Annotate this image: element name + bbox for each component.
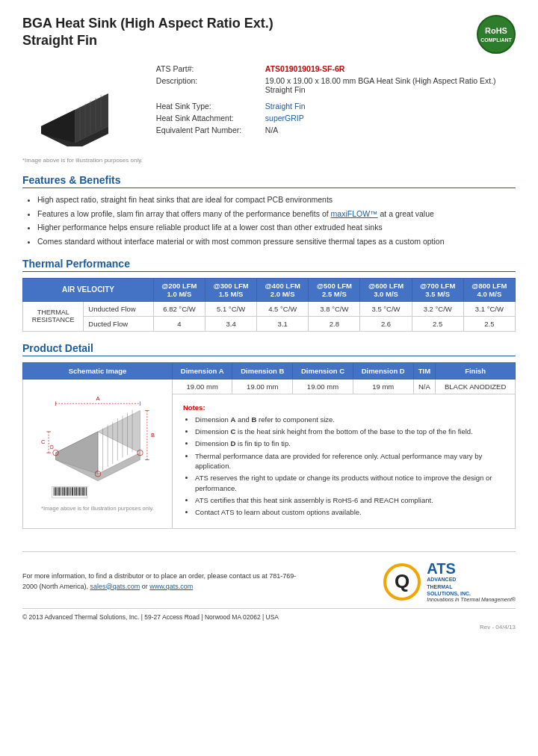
svg-rect-40	[55, 487, 56, 495]
svg-marker-10	[41, 110, 75, 143]
page-header: BGA Heat Sink (High Aspect Ratio Ext.) S…	[22, 15, 516, 54]
svg-rect-52	[75, 487, 76, 495]
unducted-400: 4.5 °C/W	[257, 301, 309, 316]
svg-text:D: D	[50, 444, 54, 450]
svg-text:B: B	[150, 432, 154, 439]
col-finish: Finish	[436, 362, 516, 379]
product-image	[22, 64, 127, 154]
footer-copyright: © 2013 Advanced Thermal Solutions, Inc. …	[22, 608, 516, 621]
svg-rect-50	[72, 487, 73, 495]
part-number-value: ATS019019019-SF-6R	[265, 64, 345, 73]
schematic-caption: *Image above is for illustration purpose…	[25, 505, 170, 512]
svg-rect-39	[53, 487, 54, 495]
col-dim-b: Dimension B	[232, 362, 293, 379]
svg-text:C: C	[40, 439, 45, 445]
features-heading: Features & Benefits	[22, 174, 516, 188]
dim-d-value: 19 mm	[353, 379, 413, 394]
description-row: Description: 19.00 x 19.00 x 18.00 mm BG…	[156, 76, 516, 94]
note-5: ATS reserves the right to update or chan…	[195, 473, 504, 493]
svg-rect-49	[70, 487, 71, 495]
note-2: Dimension C is the heat sink height from…	[195, 427, 504, 436]
col-tim: TIM	[413, 362, 436, 379]
svg-rect-44	[62, 487, 63, 495]
equiv-row: Equivalent Part Number: N/A	[156, 126, 516, 134]
footer-website[interactable]: www.qats.com	[149, 583, 193, 590]
col-500lfm: @500 LFM2.5 M/S	[309, 278, 360, 301]
note-6: ATS certifies that this heat sink assemb…	[195, 495, 504, 505]
maxiflow-link[interactable]: maxiFLOW™	[331, 209, 378, 218]
dim-c-value: 19.00 mm	[293, 379, 353, 394]
desc-label: Description:	[156, 76, 261, 85]
col-dim-c: Dimension C	[293, 362, 353, 379]
dim-a-value: 19.00 mm	[173, 379, 232, 394]
col-200lfm: @200 LFM1.0 M/S	[153, 278, 205, 301]
svg-rect-55	[81, 487, 81, 495]
svg-rect-53	[77, 487, 78, 495]
ducted-700: 2.5	[412, 316, 463, 331]
thermal-table: AIR VELOCITY @200 LFM1.0 M/S @300 LFM1.5…	[22, 278, 516, 332]
schematic-svg: A B C D	[34, 382, 161, 502]
unducted-700: 3.2 °C/W	[412, 301, 463, 316]
product-detail-table: Schematic Image Dimension A Dimension B …	[22, 362, 516, 530]
rohs-text: RoHS	[485, 25, 507, 36]
notes-cell: Notes: Dimension A and B refer to compon…	[173, 394, 516, 529]
notes-title: Notes:	[183, 403, 504, 412]
unducted-600: 3.5 °C/W	[360, 301, 412, 316]
note-1: Dimension A and B refer to component siz…	[195, 415, 504, 424]
ducted-label: Ducted Flow	[84, 316, 153, 331]
attachment-label: Heat Sink Attachment:	[156, 114, 261, 123]
ducted-500: 2.8	[309, 316, 360, 331]
feature-item-1: High aspect ratio, straight fin heat sin…	[37, 194, 516, 205]
product-title: BGA Heat Sink (High Aspect Ratio Ext.) S…	[22, 15, 273, 50]
type-value[interactable]: Straight Fin	[265, 102, 306, 111]
footer-email[interactable]: sales@qats.com	[90, 583, 140, 590]
product-detail-heading: Product Detail	[22, 342, 516, 356]
svg-rect-56	[82, 487, 84, 495]
ducted-400: 3.1	[257, 316, 309, 331]
svg-rect-42	[58, 487, 60, 495]
note-3: Dimension D is fin tip to fin tip.	[195, 439, 504, 448]
footer-contact: For more information, to find a distribu…	[22, 571, 306, 592]
unducted-800: 3.1 °C/W	[463, 301, 515, 316]
air-velocity-header: AIR VELOCITY	[23, 278, 154, 301]
ducted-800: 2.5	[463, 316, 515, 331]
thermal-resistance-label: THERMALRESISTANCE	[23, 301, 84, 331]
schematic-image-cell: A B C D	[23, 379, 173, 529]
unducted-label: Unducted Flow	[84, 301, 153, 316]
heatsink-illustration	[30, 72, 120, 146]
svg-rect-45	[63, 487, 64, 495]
equiv-value: N/A	[265, 126, 279, 134]
note-7: Contact ATS to learn about custom option…	[195, 507, 504, 517]
type-row: Heat Sink Type: Straight Fin	[156, 102, 516, 111]
feature-item-3: Higher performance helps ensure reliable…	[37, 222, 516, 233]
notes-list: Dimension A and B refer to component siz…	[183, 415, 504, 518]
footer: For more information, to find a distribu…	[22, 551, 516, 630]
title-line2: Straight Fin	[22, 33, 97, 48]
svg-rect-41	[57, 487, 58, 495]
equiv-label: Equivalent Part Number:	[156, 126, 261, 134]
feature-item-4: Comes standard without interface materia…	[37, 236, 516, 247]
svg-rect-46	[65, 487, 66, 495]
rohs-badge: RoHS COMPLIANT	[477, 15, 516, 54]
attachment-value[interactable]: superGRIP	[265, 114, 304, 123]
col-300lfm: @300 LFM1.5 M/S	[205, 278, 256, 301]
ducted-300: 3.4	[205, 316, 256, 331]
ats-logo: Q ATS ADVANCEDTHERMALSOLUTIONS, INC. Inn…	[383, 561, 516, 601]
notes-section: Notes: Dimension A and B refer to compon…	[177, 399, 510, 524]
tim-value: N/A	[413, 379, 436, 394]
col-700lfm: @700 LFM3.5 M/S	[412, 278, 463, 301]
unducted-flow-row: THERMALRESISTANCE Unducted Flow 6.82 °C/…	[23, 301, 516, 316]
attachment-row: Heat Sink Attachment: superGRIP	[156, 114, 516, 123]
dimensions-row: A B C D	[23, 379, 516, 394]
ats-q-logo: Q	[383, 563, 421, 601]
ducted-200: 4	[153, 316, 205, 331]
type-label: Heat Sink Type:	[156, 102, 261, 111]
svg-rect-58	[86, 487, 87, 495]
col-600lfm: @600 LFM3.0 M/S	[360, 278, 412, 301]
dim-b-value: 19.00 mm	[232, 379, 293, 394]
footer-main: For more information, to find a distribu…	[22, 561, 516, 601]
ducted-flow-row: Ducted Flow 4 3.4 3.1 2.8 2.6 2.5 2.5	[23, 316, 516, 331]
svg-rect-47	[67, 487, 68, 495]
svg-rect-57	[84, 487, 85, 495]
svg-rect-54	[78, 487, 80, 495]
